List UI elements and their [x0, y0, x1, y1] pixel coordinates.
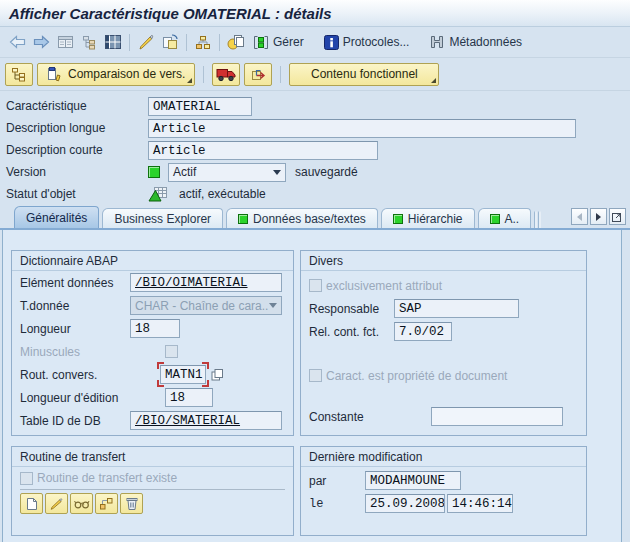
focus-frame: MATN1	[157, 362, 209, 387]
element-donnees-field[interactable]: /BIO/OIMATERIAL	[130, 273, 282, 292]
group-title: Dictionnaire ABAP	[12, 251, 293, 271]
transport-connection-button[interactable]	[244, 63, 272, 86]
rout-convers-field[interactable]: MATN1	[160, 365, 206, 384]
adopt-button[interactable]	[158, 30, 182, 54]
longueur-label: Longueur	[20, 322, 130, 336]
hidden-tabs-stack	[534, 211, 537, 228]
multiple-selection-icon[interactable]	[210, 368, 224, 382]
transport-truck-button[interactable]	[212, 63, 240, 86]
toolbar-separator	[186, 34, 187, 51]
tab-overview-icon	[612, 211, 623, 222]
toolbar-separator	[203, 66, 204, 83]
menu-corner-icon	[187, 78, 192, 83]
table-id-field[interactable]: /BIO/SMATERIAL	[130, 411, 282, 430]
contenu-fonctionnel-button[interactable]: Contenu fonctionnel	[289, 63, 439, 86]
modif-par-field: MODAHMOUNE	[365, 471, 461, 490]
constante-label: Constante	[309, 410, 431, 424]
title-bar: Afficher Caractéristique OMATERIAL : dét…	[0, 0, 630, 27]
protocoles-label: Protocoles...	[343, 35, 410, 49]
tab-scroll-right-button[interactable]	[590, 208, 607, 225]
table-id-row: Table ID de DB /BIO/SMATERIAL	[12, 409, 293, 432]
edit-routine-button[interactable]	[45, 493, 68, 514]
caracteristique-field: OMATERIAL	[148, 97, 252, 116]
generalites-panel: Dictionnaire ABAP Elément données /BIO/O…	[2, 230, 622, 542]
hierarchy-button[interactable]	[191, 30, 215, 54]
protocoles-icon	[324, 35, 339, 50]
group-derniere-modification: Dernière modification par MODAHMOUNE le …	[300, 446, 587, 536]
tab-scroll-left-button[interactable]	[571, 208, 588, 225]
tree-icon	[11, 67, 27, 82]
menu-corner-icon	[431, 78, 436, 83]
constante-field	[431, 407, 563, 426]
delete-routine-button[interactable]	[120, 493, 143, 514]
longueur-row: Longueur 18	[12, 317, 293, 340]
tab-donnees-base-textes[interactable]: Données base/textes	[226, 208, 378, 228]
tab-label: Généralités	[26, 211, 87, 225]
copy-routine-button[interactable]	[95, 493, 118, 514]
gerer-label: Gérer	[273, 35, 304, 49]
pencil-icon	[50, 497, 64, 510]
longueur-edition-row: Longueur d'édition 18	[12, 386, 293, 409]
chevron-down-icon	[269, 303, 277, 308]
version-select[interactable]: Actif	[168, 163, 286, 182]
copy-button[interactable]	[224, 30, 248, 54]
back-button[interactable]	[5, 30, 29, 54]
pencil-icon	[138, 34, 155, 50]
compare-doc-icon	[47, 67, 63, 82]
element-donnees-label: Elément données	[20, 276, 130, 290]
forward-button[interactable]	[29, 30, 53, 54]
statut-objet-label: Statut d'objet	[6, 187, 148, 201]
responsable-label: Responsable	[309, 302, 394, 316]
detail-view-button[interactable]	[53, 30, 77, 54]
tab-business-explorer[interactable]: Business Explorer	[102, 208, 223, 228]
copy-pages-icon	[227, 34, 245, 50]
hidden-tabs-stack	[538, 211, 541, 228]
modif-par-label: par	[309, 474, 365, 488]
toolbar-separator	[280, 66, 281, 83]
longueur-edition-field: 18	[165, 388, 213, 407]
tab-generalites[interactable]: Généralités	[14, 206, 99, 228]
tab-green-status-icon	[393, 214, 403, 224]
header-form: Caractéristique OMATERIAL Description lo…	[0, 91, 630, 205]
minuscules-label: Minuscules	[20, 345, 165, 359]
create-routine-button[interactable]	[20, 493, 43, 514]
statut-objet-value: actif, exécutable	[179, 187, 266, 201]
toolbar-separator	[129, 34, 130, 51]
application-toolbar: Comparaison de vers. Contenu fonctionnel	[0, 58, 630, 91]
group-title: Routine de transfert	[12, 447, 293, 467]
tab-hierarchie[interactable]: Hiérarchie	[381, 208, 475, 228]
tab-label: Données base/textes	[253, 212, 366, 226]
t-donnee-label: T.donnée	[20, 299, 130, 313]
glasses-icon	[74, 499, 90, 509]
tab-attributs-truncated[interactable]: A..	[478, 208, 532, 228]
triangle-right-icon	[596, 213, 601, 221]
tab-green-status-icon	[490, 214, 500, 224]
comparaison-version-button[interactable]: Comparaison de vers.	[37, 63, 195, 86]
triangle-left-icon	[577, 213, 582, 221]
tab-label: Hiérarchie	[408, 212, 463, 226]
description-courte-label: Description courte	[6, 143, 148, 157]
forward-icon	[32, 34, 51, 50]
rout-convers-label: Rout. convers.	[20, 368, 157, 382]
routine-existe-label: Routine de transfert existe	[37, 471, 177, 485]
modif-time-field: 14:46:14	[447, 494, 513, 513]
protocoles-button[interactable]: Protocoles...	[319, 30, 415, 54]
metadonnees-button[interactable]: Métadonnées	[424, 30, 527, 54]
tab-overview-button[interactable]	[609, 208, 626, 225]
hierarchy-display-button[interactable]	[5, 63, 33, 86]
element-donnees-row: Elément données /BIO/OIMATERIAL	[12, 271, 293, 294]
modif-date-field: 25.09.2008	[365, 494, 445, 513]
caract-document-label: Caract. est propriété de document	[326, 369, 507, 383]
display-change-button[interactable]	[134, 30, 158, 54]
grid-view-button[interactable]	[101, 30, 125, 54]
tab-scroll-controls	[571, 208, 626, 225]
version-label: Version	[6, 165, 148, 179]
tree-view-button[interactable]	[77, 30, 101, 54]
group-title: Dernière modification	[301, 447, 586, 467]
gerer-button[interactable]: Gérer	[248, 30, 309, 54]
description-courte-row: Description courte Article	[6, 139, 630, 161]
description-longue-field: Article	[148, 119, 576, 138]
hierarchy-icon	[195, 35, 211, 50]
display-routine-button[interactable]	[70, 493, 93, 514]
gerer-icon	[253, 35, 269, 50]
